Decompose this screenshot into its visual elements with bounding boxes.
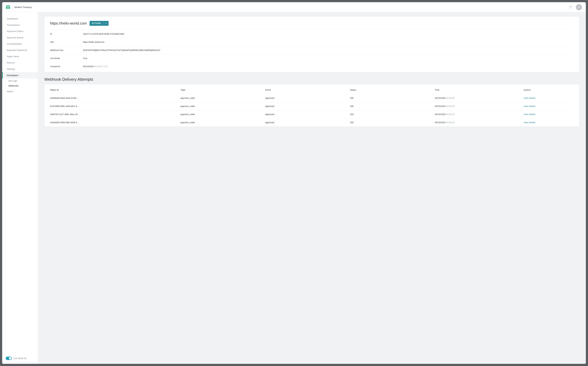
actions-button-label: ACTIONS [89,22,103,24]
cell-object-id: 418a5d32-940b-4fdc-b02b-4… [50,121,179,124]
created-date: 05/14/2020 [83,65,94,68]
sidebar-item-paper-items[interactable]: Paper Items [2,53,38,60]
cell-status: 200 [350,97,433,99]
cell-status: 200 [350,113,433,115]
sidebar-item-returns[interactable]: Returns [2,60,38,66]
topbar-right: ? JC [568,4,582,10]
chevron-down-icon [103,21,109,26]
cell-date: 05/15/2020 [435,97,446,99]
th-object-id: Object ID [50,89,179,91]
sidebar-footer: Live Mode On [2,354,38,364]
kv-key-mode: Live Mode [50,57,83,60]
cell-topic: payment_order [180,113,264,115]
table-row: e2968a99-0be5-44ee-b228-… payment_order … [50,94,573,102]
kv-val-webhookkey: DUEXW7GMjitAX7ZNoUZTK4UKj7XoZYaWwATiJjJ3… [83,49,160,51]
brand-block: Modern Treasury [6,5,32,9]
delivery-table: Object ID Topic Event Status Time Action… [44,84,579,127]
kv-val-id: 15e2717a-3478-4e45-833b-474159a21d5d [83,33,124,35]
main-content: https://hello-world.com ACTIONS ID 15e27… [38,12,586,364]
cell-event: approved [265,121,349,124]
sidebar-item-admin[interactable]: Admin [2,88,38,95]
th-time: Time [435,89,522,91]
sidebar-subitem-webhooks[interactable]: Webhooks [2,83,38,88]
app-frame: Modern Treasury ? JC Dashboard Transacti… [2,2,586,364]
sidebar-item-expected-payments[interactable]: Expected Payments [2,47,38,53]
sidebar-item-counterparties[interactable]: Counterparties [2,41,38,47]
sidebar: Dashboard Transactions Payment Orders Ap… [2,12,38,364]
cell-time-value: 04:09:29 [446,121,454,124]
cell-topic: payment_order [180,105,264,107]
cell-status: 200 [350,105,433,107]
cell-time: 05/15/202004:09:33 [435,105,522,107]
avatar[interactable]: JC [576,4,582,10]
cell-time: 05/15/202004:09:32 [435,113,522,115]
table-row: 51251b80-608c-4cf8-a821-9… payment_order… [50,102,573,110]
cell-object-id: e2968a99-0be5-44ee-b228-… [50,97,179,99]
detail-card: https://hello-world.com ACTIONS ID 15e27… [44,16,579,72]
view-details-link[interactable]: View Details [524,113,573,115]
cell-event: approved [265,97,349,99]
page-title: https://hello-world.com [50,21,87,25]
cell-topic: payment_order [180,121,264,124]
sidebar-item-approval-queue[interactable]: Approval Queue [2,34,38,41]
cell-event: approved [265,105,349,107]
sidebar-item-dashboard[interactable]: Dashboard [2,15,38,22]
cell-object-id: 24b57fcf-1227-408c-95ec-20… [50,113,179,115]
th-status: Status [350,89,433,91]
cell-time: 05/15/202004:09:35 [435,97,522,99]
table-header: Object ID Topic Event Status Time Action… [50,86,573,94]
topbar: Modern Treasury ? JC [2,2,586,12]
kv-key-created: Created At [50,65,83,68]
sidebar-item-developers[interactable]: Developers [2,72,38,78]
view-details-link[interactable]: View Details [524,121,573,124]
kv-val-mode: True [83,57,87,60]
cell-date: 05/15/2020 [435,113,446,115]
cell-time-value: 04:09:32 [446,113,454,115]
kv-row-id: ID 15e2717a-3478-4e45-833b-474159a21d5d [50,30,573,38]
table-row: 418a5d32-940b-4fdc-b02b-4… payment_order… [50,118,573,126]
section-title: Webhook Delivery Attempts [44,77,579,82]
kv-row-created: Created At 05/14/2020 00:33:07 UTC [50,62,573,70]
cell-time: 05/15/202004:09:29 [435,121,522,124]
brand-divider [12,5,12,9]
cell-status: 200 [350,121,433,124]
cell-event: approved [265,113,349,115]
kv-row-mode: Live Mode True [50,54,573,62]
sidebar-item-payment-orders[interactable]: Payment Orders [2,28,38,34]
kv-val-url: https://hello-world.com [83,41,104,43]
sidebar-item-settings[interactable]: Settings [2,66,38,72]
th-actions: Actions [524,89,573,91]
kv-key-url: URL [50,41,83,43]
sidebar-nav: Dashboard Transactions Payment Orders Ap… [2,15,38,354]
kv-key-webhookkey: Webhook Key [50,49,83,51]
view-details-link[interactable]: View Details [524,105,573,107]
actions-button[interactable]: ACTIONS [89,21,109,26]
help-icon[interactable]: ? [568,5,573,9]
view-details-link[interactable]: View Details [524,97,573,99]
live-mode-label: Live Mode On [13,357,27,359]
logo-icon [6,5,10,9]
body: Dashboard Transactions Payment Orders Ap… [2,12,586,364]
cell-date: 05/15/2020 [435,105,446,107]
brand-name: Modern Treasury [15,6,32,8]
cell-time-value: 04:09:35 [446,97,454,99]
title-row: https://hello-world.com ACTIONS [50,21,573,26]
created-time: 00:33:07 UTC [94,65,108,68]
kv-row-key: Webhook Key DUEXW7GMjitAX7ZNoUZTK4UKj7Xo… [50,46,573,54]
cell-object-id: 51251b80-608c-4cf8-a821-9… [50,105,179,107]
th-event: Event [265,89,349,91]
sidebar-item-transactions[interactable]: Transactions [2,22,38,28]
sidebar-subnav: API Logs Webhooks [2,78,38,88]
th-topic: Topic [180,89,264,91]
cell-date: 05/15/2020 [435,121,446,124]
cell-time-value: 04:09:33 [446,105,454,107]
live-mode-toggle[interactable] [6,357,12,360]
sidebar-subitem-api-logs[interactable]: API Logs [2,78,38,83]
kv-row-url: URL https://hello-world.com [50,38,573,46]
kv-key-id: ID [50,33,83,35]
kv-val-created: 05/14/2020 00:33:07 UTC [83,65,108,68]
table-row: 24b57fcf-1227-408c-95ec-20… payment_orde… [50,110,573,118]
cell-topic: payment_order [180,97,264,99]
